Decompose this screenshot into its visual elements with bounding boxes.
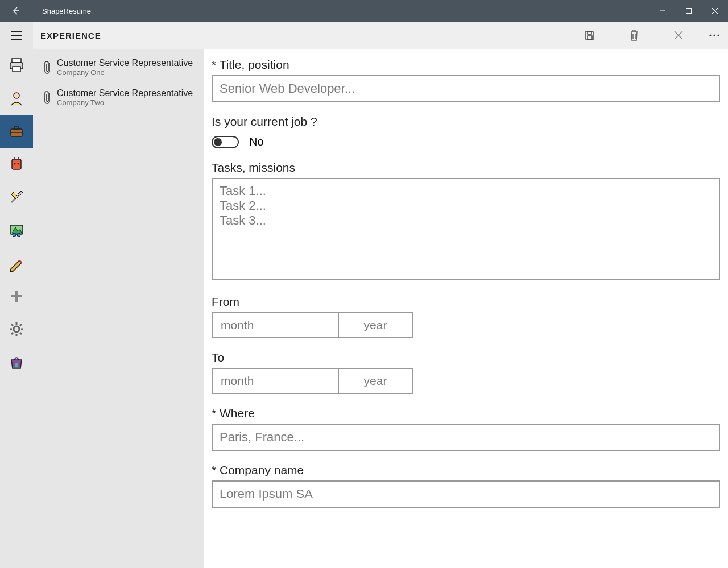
title-input[interactable] (212, 75, 720, 102)
list-item[interactable]: Customer Service Representative Company … (33, 82, 204, 113)
section-topbar: EXPERIENCE (33, 22, 728, 49)
app-title: ShapeResume (32, 7, 650, 15)
svg-rect-14 (15, 363, 18, 367)
where-input[interactable] (212, 424, 720, 451)
to-month-select[interactable]: month (212, 368, 338, 394)
svg-rect-7 (12, 159, 21, 169)
list-item-title: Customer Service Representative (57, 58, 199, 68)
tasks-label: Tasks, missions (212, 161, 720, 175)
nav-item-skills[interactable] (0, 181, 33, 214)
window-maximize-button[interactable] (676, 0, 702, 22)
nav-item-settings[interactable] (0, 313, 33, 346)
list-item[interactable]: Customer Service Representative Company … (33, 52, 204, 82)
svg-point-17 (709, 34, 711, 36)
window-close-button[interactable] (702, 0, 728, 22)
company-label: * Company name (212, 463, 720, 477)
nav-item-shop[interactable] (0, 346, 33, 379)
svg-point-18 (713, 34, 715, 36)
experience-list: Customer Service Representative Company … (33, 49, 204, 568)
paperclip-icon (40, 90, 56, 106)
svg-rect-1 (12, 59, 21, 63)
svg-point-13 (14, 326, 19, 332)
list-item-company: Company One (57, 68, 199, 77)
svg-rect-6 (14, 127, 19, 130)
nav-item-profile[interactable] (0, 82, 33, 115)
svg-point-12 (17, 233, 20, 237)
current-job-value: No (249, 135, 264, 148)
svg-point-19 (717, 34, 719, 36)
tasks-input[interactable] (212, 178, 720, 280)
nav-item-experience[interactable] (0, 115, 33, 148)
svg-rect-3 (13, 67, 20, 72)
svg-rect-0 (686, 9, 692, 14)
svg-point-11 (13, 233, 16, 237)
from-label: From (212, 295, 720, 309)
nav-item-custom[interactable] (0, 247, 33, 280)
svg-point-8 (14, 163, 16, 165)
company-input[interactable] (212, 480, 720, 508)
paperclip-icon (40, 60, 56, 76)
nav-item-education[interactable] (0, 148, 33, 181)
title-label: * Title, position (212, 58, 720, 72)
list-item-company: Company Two (57, 98, 199, 107)
back-button[interactable] (0, 0, 32, 22)
from-month-select[interactable]: month (212, 312, 338, 338)
nav-item-add[interactable] (0, 280, 33, 313)
list-item-title: Customer Service Representative (57, 88, 199, 98)
save-button[interactable] (568, 22, 612, 49)
from-year-select[interactable]: year (338, 312, 413, 338)
svg-rect-16 (588, 36, 592, 39)
svg-rect-15 (588, 31, 592, 34)
nav-item-print[interactable] (0, 49, 33, 82)
to-year-select[interactable]: year (338, 368, 413, 394)
window-minimize-button[interactable] (650, 0, 676, 22)
to-label: To (212, 351, 720, 364)
delete-button[interactable] (612, 22, 656, 49)
section-title: EXPERIENCE (40, 31, 568, 40)
more-button[interactable] (701, 22, 728, 49)
titlebar: ShapeResume (0, 0, 728, 22)
current-job-toggle[interactable] (212, 136, 239, 148)
experience-form: * Title, position Is your current job ? … (204, 49, 728, 568)
close-button[interactable] (656, 22, 701, 49)
nav-item-hobbies[interactable] (0, 214, 33, 247)
svg-point-4 (14, 93, 19, 98)
where-label: * Where (212, 407, 720, 420)
svg-point-9 (18, 163, 19, 165)
hamburger-menu-button[interactable] (0, 22, 33, 49)
nav-rail (0, 22, 33, 568)
current-job-label: Is your current job ? (212, 115, 720, 128)
